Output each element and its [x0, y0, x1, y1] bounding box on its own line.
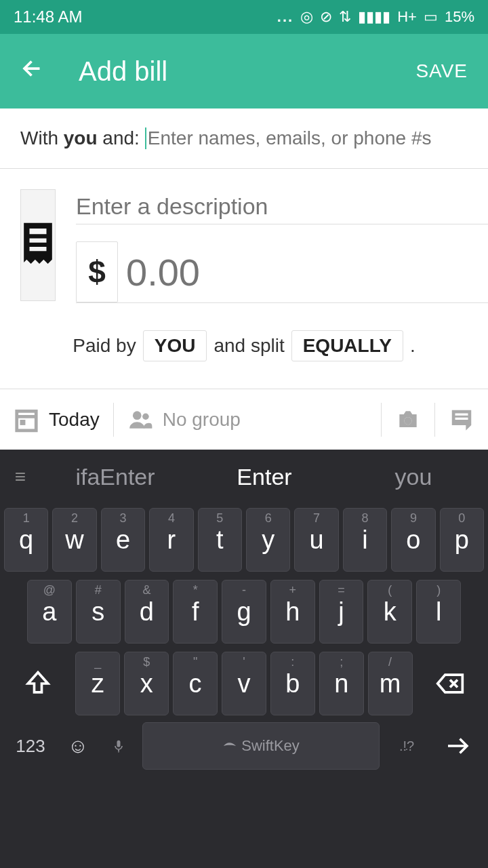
key-z[interactable]: _z — [75, 652, 120, 715]
battery-icon: ▭ — [424, 8, 438, 26]
signal-icon: ▮▮▮▮ — [358, 8, 390, 26]
key-y[interactable]: 6y — [246, 508, 290, 572]
bill-options-bar: Today No group — [0, 389, 488, 450]
group-picker[interactable]: No group — [114, 407, 254, 433]
suggestion-2[interactable]: Enter — [190, 464, 339, 490]
key-w[interactable]: 2w — [52, 508, 96, 572]
page-title: Add bill — [79, 56, 415, 87]
back-button[interactable] — [20, 56, 45, 87]
group-icon — [127, 407, 153, 433]
key-r[interactable]: 4r — [149, 508, 193, 572]
note-icon — [449, 407, 474, 433]
key-d[interactable]: &d — [125, 580, 169, 644]
data-icon: ⇅ — [339, 8, 351, 26]
status-icons: ... ◎ ⊘ ⇅ ▮▮▮▮ H+ ▭ 15% — [277, 8, 474, 26]
hotspot-icon: ◎ — [300, 8, 313, 26]
with-label: With you and: — [20, 127, 140, 149]
notes-button[interactable] — [435, 407, 488, 433]
key-a[interactable]: @a — [27, 580, 72, 644]
date-picker[interactable]: Today — [0, 407, 113, 433]
mic-key[interactable]: , — [102, 736, 136, 755]
key-u[interactable]: 7u — [294, 508, 338, 572]
description-input[interactable] — [76, 189, 488, 224]
key-m[interactable]: /m — [368, 652, 413, 715]
backspace-key[interactable] — [417, 652, 484, 715]
kb-menu-icon[interactable]: ≡ — [0, 466, 41, 488]
key-n[interactable]: ;n — [319, 652, 364, 715]
svg-point-2 — [142, 413, 149, 420]
svg-point-1 — [133, 411, 142, 420]
bill-area: $ — [0, 169, 488, 323]
suggestion-1[interactable]: ifaEnter — [41, 464, 190, 490]
participants-input[interactable] — [145, 127, 468, 149]
receipt-icon — [21, 222, 55, 269]
emoji-key[interactable]: ☺ — [61, 734, 95, 757]
numbers-key[interactable]: 123 — [7, 736, 54, 757]
key-h[interactable]: +h — [270, 580, 315, 644]
punct-key[interactable]: .!? . — [386, 738, 427, 754]
network-label: H+ — [397, 8, 417, 26]
currency-picker[interactable]: $ — [76, 241, 118, 302]
alarm-icon: ⊘ — [320, 8, 332, 26]
enter-key[interactable] — [434, 732, 481, 760]
battery-label: 15% — [445, 8, 474, 26]
key-p[interactable]: 0p — [440, 508, 484, 572]
participants-row: With you and: — [0, 108, 488, 169]
suggestion-bar: ≡ ifaEnter Enter you — [0, 450, 488, 504]
svg-point-5 — [404, 417, 411, 425]
key-v[interactable]: 'v — [222, 652, 266, 715]
split-row: Paid by YOU and split EQUALLY . — [0, 323, 488, 389]
camera-icon — [395, 407, 421, 433]
more-icon: ... — [277, 8, 293, 26]
status-bar: 11:48 AM ... ◎ ⊘ ⇅ ▮▮▮▮ H+ ▭ 15% — [0, 0, 488, 34]
save-button[interactable]: SAVE — [415, 60, 468, 82]
calendar-icon — [14, 407, 39, 433]
key-g[interactable]: -g — [222, 580, 266, 644]
key-f[interactable]: *f — [173, 580, 218, 644]
key-t[interactable]: 5t — [198, 508, 242, 572]
key-l[interactable]: )l — [416, 580, 461, 644]
key-s[interactable]: #s — [76, 580, 121, 644]
key-b[interactable]: :b — [270, 652, 315, 715]
key-i[interactable]: 8i — [343, 508, 387, 572]
key-j[interactable]: =j — [319, 580, 364, 644]
category-picker[interactable] — [20, 189, 56, 301]
key-k[interactable]: (k — [367, 580, 412, 644]
shift-key[interactable] — [4, 652, 71, 715]
key-c[interactable]: "c — [173, 652, 218, 715]
status-time: 11:48 AM — [14, 7, 82, 26]
app-bar: Add bill SAVE — [0, 34, 488, 108]
payer-picker[interactable]: YOU — [143, 330, 207, 361]
key-q[interactable]: 1q — [4, 508, 48, 572]
amount-input[interactable] — [126, 250, 488, 294]
key-x[interactable]: $x — [124, 652, 169, 715]
space-key[interactable]: SwiftKey — [142, 722, 380, 770]
svg-rect-0 — [20, 420, 26, 425]
split-method-picker[interactable]: EQUALLY — [291, 330, 403, 361]
key-e[interactable]: 3e — [101, 508, 145, 572]
keyboard: ≡ ifaEnter Enter you 1q2w3e4r5t6y7u8i9o0… — [0, 450, 488, 868]
camera-button[interactable] — [382, 407, 434, 433]
key-o[interactable]: 9o — [391, 508, 435, 572]
suggestion-3[interactable]: you — [339, 464, 488, 490]
